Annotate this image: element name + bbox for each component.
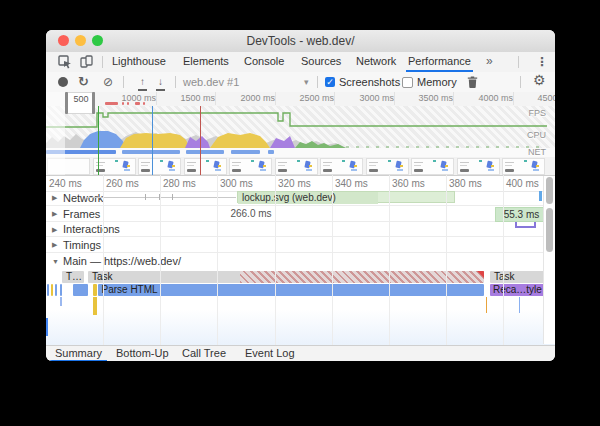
thumb-text-line <box>278 162 287 163</box>
event-sliver[interactable] <box>51 284 53 296</box>
net-request-bar <box>186 150 224 154</box>
thumb-text-line <box>505 165 512 166</box>
event-sliver[interactable] <box>60 284 63 296</box>
event-sliver[interactable] <box>73 284 88 296</box>
reload-and-record-icon[interactable]: ↻ <box>78 75 89 89</box>
thumb-text-line <box>369 162 378 163</box>
thumb-pill <box>351 169 357 171</box>
detail-ruler-label: 300 ms <box>220 178 253 189</box>
detail-ruler-label: 280 ms <box>163 178 196 189</box>
tab-console[interactable]: Console <box>242 52 286 70</box>
scrollbar-thumb[interactable] <box>546 208 553 252</box>
memory-checkbox[interactable] <box>402 77 413 88</box>
screenshot-thumbnail[interactable] <box>138 158 181 175</box>
devtools-menu-icon[interactable]: ⋮ <box>536 55 548 69</box>
expand-icon[interactable]: ▶ <box>52 241 57 249</box>
more-tabs-icon[interactable]: » <box>486 54 493 68</box>
screenshot-thumbnail[interactable] <box>457 158 500 175</box>
network-request-bar[interactable]: lockup.svg (web.dev) <box>237 191 455 203</box>
screenshot-thumbnail[interactable] <box>320 158 363 175</box>
inspect-element-icon[interactable] <box>58 55 72 69</box>
event-sliver[interactable] <box>60 297 62 306</box>
scrollbar-thumb[interactable] <box>546 177 553 204</box>
load-profile-icon[interactable]: ↑ <box>138 75 147 91</box>
thumb-text-line <box>232 165 239 166</box>
expand-icon[interactable]: ▶ <box>52 210 57 218</box>
main-track-header[interactable]: ▼ Main — https://web.dev/ <box>46 253 555 270</box>
tab-sources[interactable]: Sources <box>299 52 343 70</box>
bottom-tab-event-log[interactable]: Event Log <box>240 346 300 360</box>
network-request-tick[interactable] <box>539 191 542 201</box>
long-task-mark <box>143 102 145 105</box>
selection-right-handle[interactable] <box>92 92 95 114</box>
thumb-pill <box>533 169 539 171</box>
thumb-button <box>505 169 514 172</box>
expand-icon[interactable]: ▶ <box>52 226 57 234</box>
frames-track[interactable]: ▶ Frames 266.0 ms 55.3 ms <box>46 206 555 222</box>
selection-left-handle[interactable] <box>65 92 68 114</box>
overview-ruler-tick <box>215 92 216 105</box>
save-profile-icon[interactable]: ↓ <box>156 75 165 91</box>
thumb-text-line <box>460 162 469 163</box>
screenshot-thumbnail[interactable] <box>275 158 318 175</box>
event-sliver[interactable] <box>55 284 57 296</box>
task-bar-short[interactable]: T… <box>62 271 84 283</box>
screenshot-thumbnail[interactable] <box>229 158 272 175</box>
task-bar-long[interactable]: Task <box>88 271 484 283</box>
thumb-pill <box>263 165 266 167</box>
thumb-dot <box>342 160 345 162</box>
clear-recording-icon[interactable]: ⊘ <box>103 75 113 89</box>
record-button[interactable] <box>58 77 68 87</box>
overview-ruler-tick <box>394 92 395 105</box>
tab-performance[interactable]: Performance <box>406 52 473 72</box>
overview-selection[interactable]: 500 <box>67 92 95 114</box>
tab-lighthouse[interactable]: Lighthouse <box>110 52 168 70</box>
thumb-pill <box>127 165 130 167</box>
gear-icon[interactable]: ⚙ <box>533 73 546 87</box>
collapse-icon[interactable]: ▼ <box>52 258 59 265</box>
thumb-text-line <box>187 162 196 163</box>
thumb-dot <box>206 160 209 162</box>
screenshots-checkbox[interactable]: ✓ <box>325 77 335 87</box>
event-sliver[interactable] <box>47 284 49 296</box>
expand-icon[interactable]: ▶ <box>52 194 57 202</box>
timings-track[interactable]: ▶ Timings <box>46 237 555 253</box>
grid-line <box>332 175 333 345</box>
event-sliver[interactable] <box>519 297 520 313</box>
event-sliver[interactable] <box>93 297 97 315</box>
detail-ruler-label: 340 ms <box>335 178 368 189</box>
thumb-dot <box>479 160 482 162</box>
screenshot-thumbnail[interactable] <box>184 158 227 175</box>
network-track[interactable]: ▶ Network lockup.svg (web.dev) <box>46 190 555 206</box>
screenshot-thumbnail[interactable] <box>366 158 409 175</box>
bottom-tab-bottom-up[interactable]: Bottom-Up <box>111 346 174 360</box>
memory-label[interactable]: Memory <box>417 76 457 88</box>
overview-ruler-tick <box>453 92 454 105</box>
device-toolbar-icon[interactable] <box>80 55 94 69</box>
main-track-label: Main — https://web.dev/ <box>63 255 181 267</box>
filmstrip <box>46 157 555 175</box>
interactions-track[interactable]: ▶ Interactions <box>46 222 555 237</box>
screenshot-thumbnail[interactable] <box>411 158 454 175</box>
bottom-tab-summary[interactable]: Summary <box>50 346 107 361</box>
tab-elements[interactable]: Elements <box>181 52 231 70</box>
recalculate-style-bar[interactable]: Reca…tyle <box>490 284 545 296</box>
trash-icon[interactable] <box>467 76 478 88</box>
timeline-scrollbar[interactable] <box>543 176 555 344</box>
screenshot-thumbnail[interactable] <box>502 158 545 175</box>
grid-line <box>446 175 447 345</box>
timeline-overview[interactable]: 1000 ms1500 ms2000 ms2500 ms3000 ms3500 … <box>46 92 555 175</box>
parse-html-bar[interactable]: Parse HTML <box>98 284 484 296</box>
fcp-marker-line <box>98 106 99 175</box>
history-dropdown-icon[interactable]: ▾ <box>304 77 309 87</box>
tab-network[interactable]: Network <box>354 52 398 70</box>
overview-ruler-label: 1500 ms <box>177 93 215 103</box>
title-bar[interactable]: DevTools - web.dev/ <box>46 30 555 53</box>
bottom-tab-call-tree[interactable]: Call Tree <box>177 346 231 360</box>
long-task-mark <box>105 102 118 105</box>
task-bar-right[interactable]: Task <box>490 271 546 283</box>
screenshots-label[interactable]: Screenshots <box>339 76 400 88</box>
history-select[interactable]: web.dev #1 <box>183 76 239 88</box>
event-sliver[interactable] <box>93 284 97 296</box>
event-sliver[interactable] <box>486 297 487 313</box>
